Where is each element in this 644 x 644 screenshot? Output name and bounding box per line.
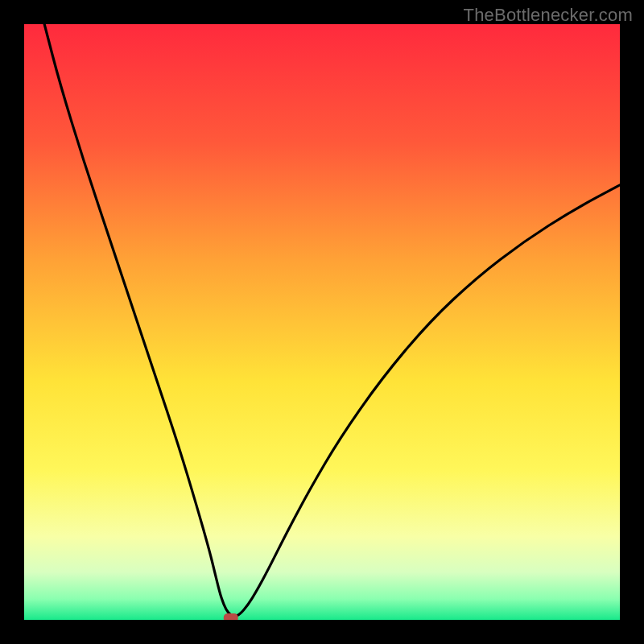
gradient-background: [24, 24, 620, 620]
chart-svg: [24, 24, 620, 620]
plot-area: [24, 24, 620, 620]
watermark-text: TheBottlenecker.com: [464, 5, 633, 26]
optimal-marker: [224, 613, 238, 620]
chart-frame: TheBottlenecker.com: [0, 0, 644, 644]
